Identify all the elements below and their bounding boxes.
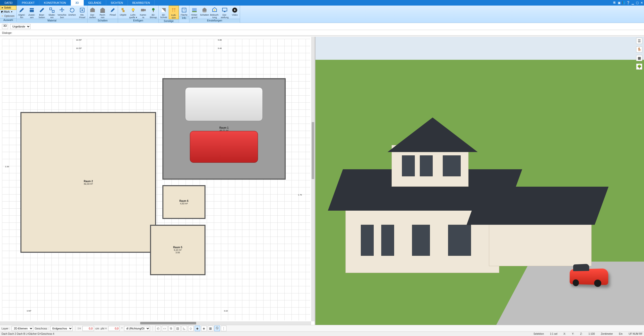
svg-rect-4 xyxy=(141,9,144,11)
close-icon[interactable]: ✕ xyxy=(639,0,644,6)
l-unit: cm xyxy=(96,327,99,330)
scrollbar-v[interactable] xyxy=(311,37,315,321)
tab-konstruktion[interactable]: KONSTRUKTION xyxy=(39,0,71,6)
car-3d xyxy=(570,268,608,285)
status-scale: 1:100 xyxy=(589,332,595,335)
book-icon[interactable]: 📘 xyxy=(621,0,626,6)
optbar-snap-mid[interactable]: ◆ xyxy=(195,326,200,331)
room-6[interactable]: Raum 6 4,53 m² xyxy=(162,185,206,219)
optbar-monitor[interactable]: ▭ xyxy=(162,326,167,331)
ribbon-kamera[interactable]: Kame- ra xyxy=(138,6,148,19)
dialog-strip: Dialoge: xyxy=(0,30,644,36)
tab-3d[interactable]: 3D xyxy=(71,0,84,6)
status-unit: Zentimeter xyxy=(601,332,613,335)
status-scale-sel: 1:1 sel xyxy=(550,332,557,335)
layer-select[interactable]: 2D-Elemen xyxy=(12,326,33,331)
tool-icon[interactable]: 🛠 xyxy=(612,0,617,6)
ribbon-3d-schnitt[interactable]: 3D- Schnitt xyxy=(159,6,169,19)
dim: 8.40 xyxy=(218,47,222,49)
chevron-down-icon: ▾ xyxy=(11,10,12,13)
svg-rect-10 xyxy=(174,10,175,12)
room-2[interactable]: Raum 2 82,33 m² xyxy=(20,112,156,253)
minimize-icon[interactable]: ▁ xyxy=(630,0,635,6)
overlap-icon[interactable]: ▣ xyxy=(617,0,621,6)
status-x: X: xyxy=(563,332,566,335)
ribbon-zuweisen[interactable]: Zuwei- sen xyxy=(27,6,37,19)
status-z: Z: xyxy=(580,332,582,335)
rt-materials[interactable]: ▦ xyxy=(636,55,642,61)
ribbon-flaeche[interactable]: ?Fläche xyxy=(179,6,189,16)
ribbon-video[interactable]: Video xyxy=(230,6,240,19)
svg-point-13 xyxy=(202,12,207,13)
ribbon-bearbeiten[interactable]: Bear- beiten xyxy=(37,6,47,19)
group-auswahl: Auswahl xyxy=(0,18,16,22)
phi-label: phi = xyxy=(101,327,107,330)
ribbon-darstellung[interactable]: Dar- stellung xyxy=(220,6,230,19)
help-icon[interactable]: ❔ xyxy=(626,0,630,6)
group-info: Info xyxy=(179,16,189,20)
options-button[interactable]: ＋ Optionen xyxy=(0,14,16,18)
terrain-select[interactable]: Urgelände xyxy=(10,24,31,29)
scrollbar-h[interactable] xyxy=(0,321,311,325)
ribbon-drehen[interactable]: Drehen xyxy=(67,6,77,19)
ribbon-rechnen[interactable]: Rech- nen xyxy=(98,6,108,19)
car-white xyxy=(185,87,263,121)
dim: 3.50⁵ xyxy=(27,310,32,312)
cursor-icon: ➤ xyxy=(1,6,3,9)
ribbon-3d-bitmap[interactable]: 3D- Bitmap xyxy=(148,6,158,19)
mode-select[interactable]: dl (Richtung/Di xyxy=(124,326,150,331)
ribbon-pinsel[interactable]: Pinsel xyxy=(108,6,118,19)
ribbon-kollision[interactable]: Kolli- sion xyxy=(169,6,179,19)
optbar-layers2[interactable]: ▤ xyxy=(175,326,181,331)
floorplan-pane[interactable]: Raum 2 82,33 m² Raum 1 49,21 m² Raum 6 4… xyxy=(0,37,315,325)
status-bar: Dach Dach 2 Dach B L=Dächer G=Geschoss 4… xyxy=(0,331,644,336)
svg-text:?: ? xyxy=(183,9,185,12)
3d-pane[interactable] xyxy=(315,37,644,325)
rt-layers[interactable]: ☰ xyxy=(636,38,642,44)
optbar-snap-end[interactable]: ◇ xyxy=(188,326,194,331)
ribbon-hin-pinsel[interactable]: Hin. Pinsel xyxy=(77,6,87,19)
optbar-north[interactable]: Ⓝ xyxy=(214,326,220,331)
ribbon-skalieren[interactable]: Skalie- ren xyxy=(47,6,57,19)
l-input[interactable] xyxy=(82,326,94,331)
tab-datei[interactable]: DATEI xyxy=(0,0,17,6)
phi-input[interactable] xyxy=(108,326,120,331)
room-5[interactable]: Raum 5 9,10 m² 3.55 xyxy=(150,225,206,275)
tab-bearbeiten[interactable]: BEARBEITEN xyxy=(128,0,155,6)
rt-furniture[interactable]: 🪑 xyxy=(636,46,642,52)
optbar-snap-angle[interactable]: ◺ xyxy=(182,326,187,331)
ribbon-verschieben[interactable]: Verschie- ben xyxy=(57,6,67,19)
ribbon-objekt[interactable]: Objekt xyxy=(118,6,128,19)
ribbon: ➤ Selekt ◩ Mark. ▾ ＋ Optionen Auswahl Ab… xyxy=(0,6,644,23)
ribbon-darstellen[interactable]: Dar- stellen xyxy=(87,6,98,19)
dim: 2.20 xyxy=(5,165,9,168)
select-tool[interactable]: ➤ Selekt xyxy=(0,6,16,10)
optbar-clock[interactable]: ◴ xyxy=(155,326,161,331)
option-bar: Layer : 2D-Elemen Geschoss : Erdgeschos … xyxy=(0,325,644,331)
ribbon-beleuchtung[interactable]: Beleuch- tung xyxy=(210,6,220,19)
maximize-icon[interactable]: ▢ xyxy=(635,0,639,6)
optbar-more[interactable]: ⋮ xyxy=(221,326,226,331)
rt-plants[interactable]: 🌳 xyxy=(636,64,642,70)
right-toolbar: ☰ 🪑 ▦ 🌳 xyxy=(635,38,643,70)
status-left: Dach Dach 2 Dach B L=Dächer G=Geschoss 4 xyxy=(2,332,54,335)
tab-projekt[interactable]: PROJEKT xyxy=(17,0,40,6)
floor-select[interactable]: Erdgeschos xyxy=(50,326,73,331)
ribbon-hintergrund[interactable]: Hinter- grund xyxy=(189,6,199,19)
ribbon-abgreifen[interactable]: Abgrei- fen xyxy=(17,6,27,19)
tab-gelaende[interactable]: GELÄNDE xyxy=(84,0,106,6)
room-1[interactable]: Raum 1 49,21 m² xyxy=(162,78,286,180)
optbar-group[interactable]: ⧉ xyxy=(168,326,174,331)
optbar-snap-int[interactable]: ◈ xyxy=(201,326,207,331)
group-schatten: Schatten xyxy=(87,19,118,22)
floorplan: Raum 2 82,33 m² Raum 1 49,21 m² Raum 6 4… xyxy=(2,39,310,320)
tab-sichten[interactable]: SICHTEN xyxy=(106,0,128,6)
mark-tool[interactable]: ◩ Mark. ▾ xyxy=(0,10,16,14)
ribbon-schatten[interactable]: Schatten xyxy=(199,6,210,19)
l-label: l = xyxy=(78,327,81,330)
dim: 9.00 xyxy=(218,39,222,41)
status-flags: UF NUM RF xyxy=(629,332,642,335)
svg-rect-3 xyxy=(133,11,134,12)
ribbon-lichtquelle[interactable]: Licht- quelle ▾ xyxy=(128,6,138,19)
optbar-grid[interactable]: ▦ xyxy=(208,326,213,331)
